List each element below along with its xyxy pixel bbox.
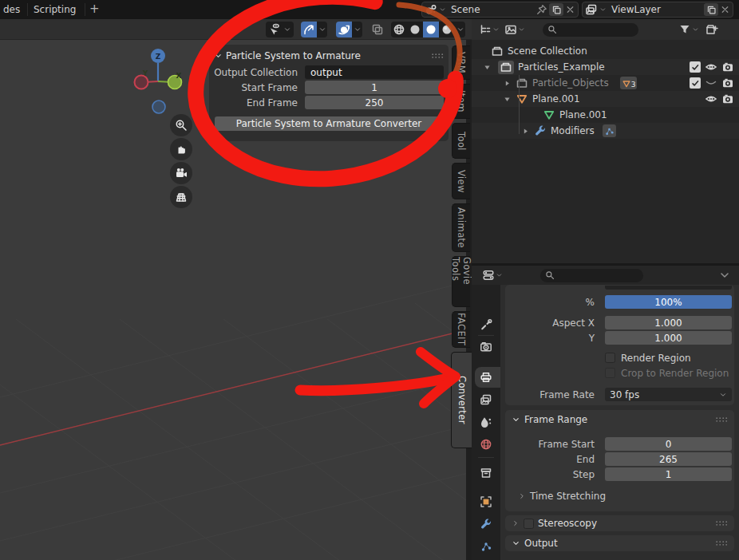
aspect-x-field[interactable]: 1.000 <box>605 316 732 329</box>
pan-button[interactable] <box>170 138 192 160</box>
disclosure-open-icon[interactable] <box>503 95 512 104</box>
sidebar-tab-govie-tools[interactable]: Govie Tools <box>452 256 470 307</box>
xray-toggle[interactable] <box>370 22 385 37</box>
frame-end-field[interactable]: 265 <box>605 452 732 466</box>
new-scene-button[interactable] <box>549 3 563 16</box>
tab-view-layer[interactable] <box>480 393 492 406</box>
outliner-filter-button[interactable] <box>678 23 699 36</box>
sidebar-tab-view[interactable]: View <box>452 163 470 199</box>
sidebar-tab-tool[interactable]: Tool <box>452 123 470 159</box>
disclosure-closed-icon[interactable] <box>503 79 512 88</box>
scene-selector[interactable]: Scene <box>421 2 579 18</box>
show-gizmos-toggle[interactable] <box>301 22 317 37</box>
gizmo-visibility-button[interactable] <box>266 22 294 37</box>
outliner-row-plane-object[interactable]: Plane.001 <box>472 91 739 107</box>
filter-type-dropdown[interactable] <box>504 23 525 36</box>
tab-output[interactable] <box>480 371 492 384</box>
panel-grip-icon[interactable] <box>715 413 728 426</box>
panel-grip-icon[interactable] <box>715 517 728 530</box>
outliner-row-scene-collection[interactable]: Scene Collection <box>472 43 739 59</box>
properties-search[interactable] <box>540 269 643 282</box>
panel-collapse-icon[interactable] <box>214 49 223 62</box>
pin-icon[interactable] <box>536 3 547 16</box>
time-stretching-subpanel[interactable]: Time Stretching <box>518 490 606 503</box>
start-frame-input[interactable]: 1 <box>305 81 444 94</box>
tab-scene[interactable] <box>480 416 492 428</box>
editor-type-button[interactable] <box>482 269 503 282</box>
outliner-search[interactable] <box>543 23 638 37</box>
tab-tool[interactable] <box>480 318 492 331</box>
outliner-row-modifiers[interactable]: Modifiers <box>472 123 739 139</box>
photo-icon <box>504 23 517 36</box>
output-collection-input[interactable]: output <box>305 65 444 79</box>
unlink-scene-icon[interactable] <box>565 3 575 16</box>
panel-grip-icon[interactable] <box>431 49 444 62</box>
aspect-y-field[interactable]: 1.000 <box>605 331 732 345</box>
panel-grip-icon[interactable] <box>715 537 728 550</box>
workspace-tab-scripting[interactable]: Scripting <box>34 0 76 19</box>
gizmo-icon <box>302 23 315 36</box>
sidebar-tab-item[interactable]: Item <box>452 84 470 119</box>
end-frame-input[interactable]: 250 <box>305 96 444 109</box>
tab-particles[interactable] <box>480 540 492 553</box>
tab-modifiers[interactable] <box>480 518 492 530</box>
tab-render[interactable] <box>480 341 492 353</box>
sidebar-tab-animate[interactable]: Animate <box>452 203 470 252</box>
new-view-layer-button[interactable] <box>704 3 718 16</box>
viewport-3d[interactable]: Z Y X Particle System to Armature Output… <box>0 40 472 560</box>
ortho-toggle-button[interactable] <box>170 186 192 208</box>
options-chevron-icon[interactable] <box>718 269 731 282</box>
resolution-percent-slider[interactable]: 100% <box>605 295 732 309</box>
shading-dropdown[interactable] <box>455 22 465 37</box>
outliner-row-particle-objects[interactable]: Particle_Objects 3 <box>472 75 739 91</box>
scene-name[interactable]: Scene <box>448 4 535 15</box>
display-mode-dropdown[interactable] <box>479 23 500 36</box>
shading-material-preview[interactable] <box>423 22 439 37</box>
outliner-row-plane-meshdata[interactable]: Plane.001 <box>472 107 739 123</box>
stereoscopy-panel[interactable]: Stereoscopy <box>505 515 734 531</box>
hide-viewport-eye-icon[interactable] <box>705 61 717 73</box>
overlays-dropdown[interactable] <box>352 22 362 37</box>
zoom-button[interactable] <box>170 114 192 136</box>
hidden-eye-closed-icon[interactable] <box>705 77 717 89</box>
new-collection-button[interactable] <box>705 23 718 36</box>
view-layer-selector[interactable]: ViewLayer <box>582 2 733 18</box>
add-workspace-button[interactable]: + <box>89 0 100 19</box>
tab-object[interactable] <box>480 495 492 508</box>
stereoscopy-checkbox[interactable] <box>524 519 534 529</box>
sidebar-tab-vrm[interactable]: VRM <box>452 45 470 80</box>
workspace-tab-partial[interactable]: des <box>3 0 20 19</box>
output-panel[interactable]: Output <box>505 535 734 551</box>
hide-viewport-eye-icon[interactable] <box>705 93 717 105</box>
exclude-checkbox[interactable] <box>690 77 701 89</box>
remove-view-layer-icon[interactable] <box>720 3 730 16</box>
shading-wireframe[interactable] <box>391 22 407 37</box>
disable-render-camera-icon[interactable] <box>721 61 734 73</box>
chevron-down-icon[interactable] <box>599 3 607 16</box>
frame-step-field[interactable]: 1 <box>605 467 732 481</box>
gizmos-dropdown[interactable] <box>317 22 327 37</box>
chevron-down-icon[interactable] <box>439 3 446 16</box>
frame-range-header[interactable]: Frame Range <box>505 410 734 426</box>
frame-rate-dropdown[interactable]: 30 fps <box>605 388 732 401</box>
outliner-row-particles-example[interactable]: Particles_Example <box>472 59 739 75</box>
show-overlays-toggle[interactable] <box>336 22 352 37</box>
tab-world[interactable] <box>480 438 492 451</box>
shading-rendered[interactable] <box>439 22 455 37</box>
view-layer-name[interactable]: ViewLayer <box>608 4 702 15</box>
render-region-checkbox[interactable] <box>605 353 615 363</box>
axis-gizmo[interactable]: Z Y X <box>126 47 193 119</box>
frame-start-field[interactable]: 0 <box>605 437 732 451</box>
disable-render-camera-icon[interactable] <box>721 77 734 89</box>
camera-view-button[interactable] <box>170 162 192 184</box>
disclosure-open-icon[interactable] <box>483 63 492 72</box>
tab-collection[interactable] <box>480 467 492 479</box>
exclude-checkbox[interactable] <box>690 61 701 73</box>
shading-solid[interactable] <box>407 22 423 37</box>
crop-region-checkbox[interactable] <box>605 368 615 378</box>
sidebar-tab-faceit[interactable]: FACEIT <box>452 311 470 348</box>
disable-render-camera-icon[interactable] <box>721 93 734 105</box>
convert-button[interactable]: Particle System to Armature Converter <box>215 116 443 131</box>
sidebar-tab-converter[interactable]: Converter <box>451 352 472 448</box>
disclosure-closed-icon[interactable] <box>521 127 530 136</box>
